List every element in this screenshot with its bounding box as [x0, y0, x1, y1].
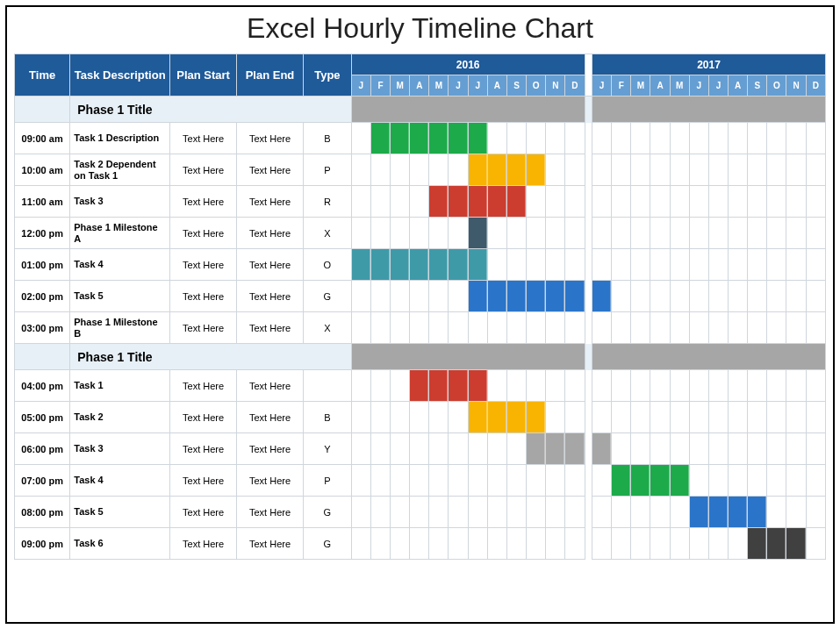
month-2016-5: J	[449, 75, 468, 96]
gantt-cell	[729, 433, 748, 465]
gantt-cell	[487, 249, 506, 281]
gantt-cell	[806, 249, 825, 281]
gantt-cell	[592, 433, 612, 465]
phase-bar	[592, 344, 826, 370]
gantt-cell	[565, 218, 585, 249]
gantt-cell	[468, 370, 487, 402]
gantt-cell	[449, 249, 468, 281]
gantt-cell	[449, 465, 468, 497]
gantt-cell	[487, 497, 506, 528]
gantt-cell	[449, 218, 468, 249]
gantt-cell	[506, 433, 526, 465]
gantt-cell	[631, 402, 650, 433]
plan-start-cell: Text Here	[170, 154, 237, 186]
phase-title: Phase 1 Title	[70, 344, 352, 370]
gantt-cell	[670, 123, 689, 154]
gantt-cell	[806, 218, 825, 249]
gantt-cell	[592, 154, 612, 186]
gantt-cell	[806, 528, 825, 560]
gantt-cell	[410, 186, 429, 218]
gantt-cell	[650, 186, 670, 218]
gantt-cell	[806, 312, 825, 344]
gantt-cell	[429, 465, 449, 497]
plan-start-cell: Text Here	[170, 402, 237, 433]
gantt-cell	[410, 249, 429, 281]
gantt-cell	[631, 249, 650, 281]
table-row: 02:00 pmTask 5Text HereText HereG	[15, 281, 826, 312]
gantt-cell	[689, 402, 708, 433]
gantt-cell	[650, 402, 670, 433]
gantt-cell	[767, 312, 786, 344]
plan-end-cell: Text Here	[237, 218, 304, 249]
gantt-cell	[565, 528, 585, 560]
gantt-cell	[351, 281, 370, 312]
gantt-cell	[351, 402, 370, 433]
gantt-cell	[487, 123, 506, 154]
phase-bar	[351, 344, 585, 370]
gantt-cell	[527, 154, 546, 186]
time-cell: 11:00 am	[15, 186, 70, 218]
gantt-cell	[670, 154, 689, 186]
gantt-cell	[612, 497, 631, 528]
type-cell: G	[303, 528, 351, 560]
gap	[585, 433, 592, 465]
gantt-cell	[429, 497, 449, 528]
gantt-cell	[806, 281, 825, 312]
gantt-cell	[767, 249, 786, 281]
gantt-cell	[806, 154, 825, 186]
plan-end-cell: Text Here	[237, 154, 304, 186]
plan-end-cell: Text Here	[237, 402, 304, 433]
type-cell: P	[303, 465, 351, 497]
gantt-cell	[468, 186, 487, 218]
slide-frame: Excel Hourly Timeline Chart Time Task De…	[5, 5, 835, 624]
gantt-cell	[527, 186, 546, 218]
gantt-cell	[729, 218, 748, 249]
gantt-cell	[631, 370, 650, 402]
month-2017-7: A	[729, 75, 748, 96]
desc-cell: Task 5	[70, 497, 170, 528]
gap	[585, 497, 592, 528]
gantt-cell	[449, 528, 468, 560]
month-2017-3: A	[650, 75, 670, 96]
gantt-cell	[565, 370, 585, 402]
gantt-cell	[670, 402, 689, 433]
gantt-cell	[748, 249, 767, 281]
gantt-cell	[806, 370, 825, 402]
gantt-cell	[546, 465, 565, 497]
gantt-cell	[786, 218, 806, 249]
type-cell: B	[303, 402, 351, 433]
gantt-cell	[429, 402, 449, 433]
gantt-cell	[708, 312, 728, 344]
gantt-cell	[391, 281, 410, 312]
gantt-cell	[592, 123, 612, 154]
gantt-cell	[546, 312, 565, 344]
plan-start-cell: Text Here	[170, 433, 237, 465]
phase-row: Phase 1 Title	[15, 344, 826, 370]
table-row: 06:00 pmTask 3Text HereText HereY	[15, 433, 826, 465]
gantt-cell	[748, 497, 767, 528]
month-2016-6: J	[468, 75, 487, 96]
gantt-cell	[410, 154, 429, 186]
gantt-cell	[546, 123, 565, 154]
gantt-cell	[786, 154, 806, 186]
plan-end-cell: Text Here	[237, 497, 304, 528]
type-cell: R	[303, 186, 351, 218]
type-cell: P	[303, 154, 351, 186]
gantt-cell	[527, 465, 546, 497]
gantt-cell	[689, 154, 708, 186]
gantt-cell	[708, 154, 728, 186]
gantt-cell	[806, 465, 825, 497]
gantt-cell	[546, 433, 565, 465]
gantt-cell	[487, 433, 506, 465]
gantt-cell	[806, 186, 825, 218]
gap	[585, 402, 592, 433]
desc-cell: Task 4	[70, 249, 170, 281]
gantt-cell	[650, 497, 670, 528]
table-row: 03:00 pmPhase 1 Milestone BText HereText…	[15, 312, 826, 344]
gantt-cell	[351, 218, 370, 249]
gantt-cell	[592, 465, 612, 497]
plan-start-cell: Text Here	[170, 249, 237, 281]
gantt-cell	[429, 218, 449, 249]
plan-start-cell: Text Here	[170, 186, 237, 218]
year-2016: 2016	[351, 54, 585, 75]
